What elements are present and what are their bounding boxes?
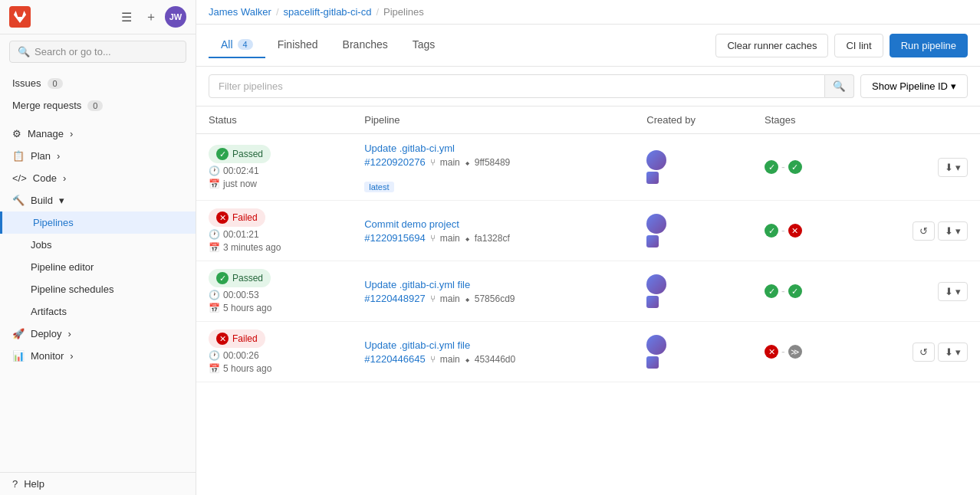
tab-finished[interactable]: Finished (265, 32, 331, 58)
retrigger-button[interactable]: ↺ (913, 343, 935, 362)
branch-name: main (440, 293, 460, 304)
sidebar-item-help[interactable]: ? Help (0, 473, 196, 495)
filter-pipelines-input[interactable] (209, 74, 825, 98)
download-button[interactable]: ⬇ ▾ (938, 343, 968, 362)
time-ago-info: 📅 just now (209, 179, 340, 189)
run-pipeline-button[interactable]: Run pipeline (890, 34, 968, 57)
commit-hash: 453446d0 (475, 354, 515, 365)
download-icon: ⬇ (945, 346, 953, 358)
tab-all-label: All (221, 38, 233, 51)
status-icon: ✕ (216, 333, 229, 345)
sidebar-item-artifacts[interactable]: Artifacts (0, 300, 196, 323)
sidebar-item-merge-requests[interactable]: Merge requests 0 (0, 94, 196, 116)
col-pipeline: Pipeline (352, 107, 634, 134)
sidebar-item-deploy[interactable]: 🚀 Deploy › (0, 323, 196, 345)
commit-icon: ⬥ (465, 293, 470, 304)
pipeline-id-link[interactable]: #1220448927 (364, 293, 426, 304)
tag-badge: latest (364, 182, 393, 192)
stages-cell: ✓ - ✓ (752, 261, 852, 322)
sidebar-top-icons: ☰ ＋ JW (116, 6, 186, 28)
stage-sep: - (781, 225, 785, 237)
created-by-cell (634, 201, 752, 261)
breadcrumb-page: Pipelines (383, 6, 424, 18)
tab-tags[interactable]: Tags (400, 32, 448, 58)
pipeline-title-link[interactable]: Update .gitlab-ci.yml file (364, 339, 470, 351)
status-label: Passed (232, 273, 263, 284)
toolbar-right: Clear runner caches CI lint Run pipeline (715, 34, 968, 57)
pipeline-id-link[interactable]: #1220920276 (364, 156, 426, 168)
sidebar-item-pipelines[interactable]: Pipelines (0, 211, 196, 234)
pipeline-title-link[interactable]: Update .gitlab-ci.yml file (364, 279, 470, 290)
filter-search-button[interactable]: 🔍 (825, 74, 854, 98)
clock-icon: 🕐 (209, 350, 220, 361)
breadcrumb-user[interactable]: James Walker (209, 6, 271, 18)
sidebar-item-jobs[interactable]: Jobs (0, 234, 196, 256)
sidebar-item-issues[interactable]: Issues 0 (0, 72, 196, 94)
sidebar-toggle-button[interactable]: ☰ (116, 6, 137, 28)
retrigger-button[interactable]: ↺ (913, 221, 935, 241)
status-badge: ✕ Failed (209, 329, 265, 348)
download-button[interactable]: ⬇ ▾ (938, 158, 968, 177)
download-chevron: ▾ (955, 225, 961, 237)
time-info: 🕐 00:00:26 (209, 350, 340, 361)
pipeline-id-link[interactable]: #1220915694 (364, 232, 426, 244)
plan-chevron: › (57, 150, 60, 162)
duration: 00:00:53 (223, 290, 259, 300)
commit-icon: ⬥ (465, 354, 470, 365)
duration: 00:02:41 (223, 166, 259, 176)
calendar-icon: 📅 (209, 242, 220, 253)
action-icons: ↺ ⬇ ▾ (864, 343, 968, 362)
stages-cell: ✓ - ✕ (752, 201, 852, 261)
toolbar: All 4 Finished Branches Tags Clear runne… (196, 25, 980, 67)
sidebar-item-plan[interactable]: 📋 Plan › (0, 145, 196, 167)
build-label: Build (31, 195, 53, 206)
new-item-button[interactable]: ＋ (140, 6, 162, 28)
tab-branches[interactable]: Branches (331, 32, 400, 58)
search-bar[interactable]: 🔍 Search or go to... (9, 41, 186, 63)
clear-caches-button[interactable]: Clear runner caches (715, 34, 828, 57)
status-icon: ✓ (216, 148, 229, 160)
deploy-chevron: › (67, 328, 71, 339)
ci-lint-button[interactable]: CI lint (834, 34, 883, 57)
pipeline-title-link[interactable]: Update .gitlab-ci.yml (364, 143, 455, 154)
issues-count: 0 (48, 78, 63, 89)
breadcrumb-project[interactable]: spacelift-gitlab-ci-cd (284, 6, 372, 18)
status-cell: ✓ Passed 🕐 00:02:41 📅 just now (196, 134, 352, 201)
download-button[interactable]: ⬇ ▾ (938, 282, 968, 301)
table-row: ✓ Passed 🕐 00:00:53 📅 5 hours ago Update… (196, 261, 980, 322)
creator-pipeline-avatar (646, 235, 659, 248)
download-button[interactable]: ⬇ ▾ (938, 221, 968, 241)
filter-row: 🔍 Show Pipeline ID ▾ (196, 67, 980, 107)
pipeline-title-link[interactable]: Commit demo project (364, 218, 459, 230)
sidebar-item-pipeline-schedules[interactable]: Pipeline schedules (0, 278, 196, 300)
created-by-cell (634, 134, 752, 201)
filter-input-group: 🔍 (209, 74, 854, 98)
clock-icon: 🕐 (209, 229, 220, 240)
monitor-icon: 📊 (12, 350, 25, 362)
branch-name: main (440, 354, 460, 365)
sidebar-item-code[interactable]: </> Code › (0, 167, 196, 189)
commit-hash: 57856cd9 (475, 293, 515, 304)
commit-hash: 9ff58489 (475, 157, 511, 168)
gitlab-logo[interactable] (9, 6, 31, 28)
sidebar-item-monitor[interactable]: 📊 Monitor › (0, 345, 196, 367)
plan-icon: 📋 (12, 150, 25, 162)
sidebar-item-manage[interactable]: ⚙ Manage › (0, 123, 196, 145)
breadcrumb: James Walker / spacelift-gitlab-ci-cd / … (196, 0, 980, 25)
calendar-icon: 📅 (209, 303, 220, 313)
time-ago: 3 minutes ago (223, 242, 281, 253)
pipeline-id-link[interactable]: #1220446645 (364, 353, 426, 365)
time-ago: just now (223, 179, 257, 189)
user-avatar[interactable]: JW (165, 6, 186, 28)
tab-tags-label: Tags (413, 38, 436, 51)
tab-all[interactable]: All 4 (209, 32, 265, 58)
col-status: Status (196, 107, 352, 134)
search-label: Search or go to... (35, 46, 111, 57)
stage-sep: - (781, 161, 785, 173)
show-pipeline-id-button[interactable]: Show Pipeline ID ▾ (860, 74, 968, 98)
sidebar-item-build[interactable]: 🔨 Build ▾ (0, 189, 196, 211)
status-icon: ✓ (216, 272, 229, 284)
stage-dot-failed: ✕ (788, 224, 802, 238)
sidebar-item-pipeline-editor[interactable]: Pipeline editor (0, 256, 196, 278)
actions-cell: ⬇ ▾ (852, 261, 980, 322)
